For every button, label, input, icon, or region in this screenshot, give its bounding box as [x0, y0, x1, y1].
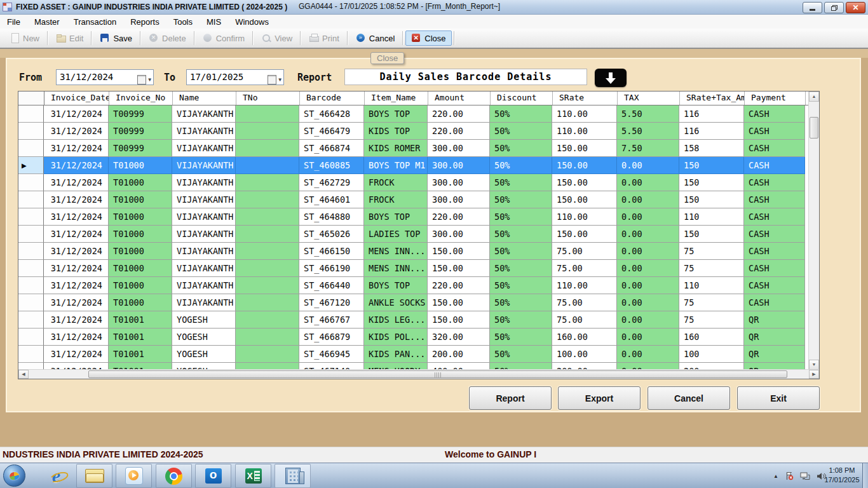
column-header-payment[interactable]: Payment	[745, 92, 806, 105]
cell-invoice_no[interactable]: T01001	[109, 346, 172, 363]
row-selector[interactable]	[18, 294, 44, 311]
cell-barcode[interactable]: ST_462729	[299, 174, 364, 191]
toolbar-button-new[interactable]: New	[4, 30, 45, 46]
cell-tno[interactable]	[236, 174, 299, 191]
cell-item_name[interactable]: MENS INN...	[364, 243, 428, 260]
cell-invoice_no[interactable]: T01000	[109, 243, 172, 260]
cell-invoice_no[interactable]: T01000	[109, 260, 172, 277]
column-header-barcode[interactable]: Barcode	[300, 92, 365, 105]
cell-srate[interactable]: 110.00	[552, 277, 617, 294]
load-report-button[interactable]	[595, 69, 627, 87]
cell-discount[interactable]: 50%	[490, 105, 552, 123]
cell-tax[interactable]: 0.00	[617, 346, 679, 363]
cell-invoice_date[interactable]: 31/12/2024	[44, 226, 109, 243]
cell-srate+tax_amo[interactable]: 100	[679, 346, 744, 363]
menu-item-file[interactable]: File	[0, 16, 27, 28]
cell-discount[interactable]: 50%	[490, 346, 552, 363]
table-row[interactable]: 31/12/2024T01000VIJAYAKANTHST_465026LADI…	[18, 226, 809, 243]
cell-invoice_no[interactable]: T00999	[109, 123, 172, 140]
cell-discount[interactable]: 50%	[490, 226, 552, 243]
cell-barcode[interactable]: ST_464601	[299, 191, 364, 208]
menu-item-tools[interactable]: Tools	[166, 16, 200, 28]
horizontal-scroll-thumb[interactable]	[88, 370, 787, 378]
cell-discount[interactable]: 50%	[490, 157, 552, 174]
cell-item_name[interactable]: BOYS TOP M1	[364, 157, 428, 174]
row-selector[interactable]	[18, 174, 44, 191]
cell-amount[interactable]: 300.00	[428, 174, 490, 191]
menu-item-mis[interactable]: MIS	[200, 16, 228, 28]
cell-name[interactable]: YOGESH	[172, 311, 236, 329]
cell-invoice_no[interactable]: T00999	[109, 105, 172, 123]
restore-button[interactable]	[824, 2, 844, 13]
cell-srate[interactable]: 110.00	[552, 123, 617, 140]
column-header-item_name[interactable]: Item_Name	[365, 92, 428, 105]
cell-tax[interactable]: 0.00	[617, 226, 679, 243]
column-header-srate[interactable]: SRate	[553, 92, 618, 105]
cell-invoice_date[interactable]: 31/12/2024	[44, 208, 109, 226]
chevron-down-icon[interactable]: ▼	[278, 72, 281, 87]
cell-tax[interactable]: 0.00	[617, 191, 679, 208]
cell-tno[interactable]	[236, 329, 299, 346]
cell-discount[interactable]: 50%	[490, 191, 552, 208]
scroll-up-arrow-icon[interactable]: ▲	[809, 92, 819, 102]
cell-invoice_date[interactable]: 31/12/2024	[44, 260, 109, 277]
cell-srate[interactable]: 150.00	[552, 191, 617, 208]
cell-barcode[interactable]: ST_464880	[299, 208, 364, 226]
cell-invoice_date[interactable]: 31/12/2024	[44, 123, 109, 140]
taskbar-app-chrome[interactable]	[156, 464, 192, 488]
cell-srate[interactable]: 75.00	[552, 243, 617, 260]
table-row[interactable]: ▶31/12/2024T01000VIJAYAKANTHST_460885BOY…	[18, 157, 809, 174]
cell-payment[interactable]: CASH	[744, 140, 805, 157]
cell-tax[interactable]: 0.00	[617, 260, 679, 277]
cell-invoice_no[interactable]: T01000	[109, 174, 172, 191]
cell-payment[interactable]: CASH	[744, 243, 805, 260]
cell-barcode[interactable]: ST_467120	[299, 294, 364, 311]
cell-payment[interactable]: CASH	[744, 157, 805, 174]
cell-tax[interactable]: 0.00	[617, 208, 679, 226]
cell-discount[interactable]: 50%	[490, 277, 552, 294]
cell-invoice_date[interactable]: 31/12/2024	[44, 277, 109, 294]
cell-srate[interactable]: 100.00	[552, 346, 617, 363]
calendar-icon[interactable]	[137, 75, 146, 85]
export-button[interactable]: Export	[558, 386, 641, 410]
cell-amount[interactable]: 320.00	[428, 329, 490, 346]
cell-name[interactable]: VIJAYAKANTH	[172, 191, 236, 208]
cell-amount[interactable]: 300.00	[428, 140, 490, 157]
toolbar-button-print[interactable]: Print	[303, 30, 345, 46]
cell-payment[interactable]: QR	[744, 346, 805, 363]
cell-payment[interactable]: CASH	[744, 260, 805, 277]
column-header-tax[interactable]: TAX	[618, 92, 680, 105]
cell-tax[interactable]: 0.00	[617, 174, 679, 191]
row-selector[interactable]	[18, 208, 44, 226]
cell-invoice_no[interactable]: T01000	[109, 208, 172, 226]
cell-amount[interactable]: 300.00	[428, 226, 490, 243]
cell-payment[interactable]: CASH	[744, 277, 805, 294]
cell-barcode[interactable]: ST_466879	[299, 329, 364, 346]
toolbar-button-delete[interactable]: Delete	[143, 30, 192, 46]
cell-srate[interactable]: 75.00	[552, 294, 617, 311]
cell-tax[interactable]: 5.50	[617, 105, 679, 123]
cell-srate+tax_amo[interactable]: 160	[679, 329, 744, 346]
cell-invoice_date[interactable]: 31/12/2024	[44, 243, 109, 260]
cell-srate[interactable]: 150.00	[552, 226, 617, 243]
cell-amount[interactable]: 150.00	[428, 243, 490, 260]
cell-barcode[interactable]: ST_466428	[299, 105, 364, 123]
cell-invoice_date[interactable]: 31/12/2024	[44, 105, 109, 123]
close-window-button[interactable]: ✕	[846, 2, 865, 13]
table-row[interactable]: 31/12/2024T01001YOGESHST_466879KIDS POL.…	[18, 329, 809, 346]
cell-invoice_no[interactable]: T01001	[109, 329, 172, 346]
cell-tno[interactable]	[236, 277, 299, 294]
cell-srate+tax_amo[interactable]: 116	[679, 105, 744, 123]
cell-amount[interactable]: 300.00	[428, 191, 490, 208]
table-row[interactable]: 31/12/2024T01000VIJAYAKANTHST_464601FROC…	[18, 191, 809, 208]
table-row[interactable]: 31/12/2024T00999VIJAYAKANTHST_466479KIDS…	[18, 123, 809, 140]
table-row[interactable]: 31/12/2024T01000VIJAYAKANTHST_466190MENS…	[18, 260, 809, 277]
cell-tno[interactable]	[236, 140, 299, 157]
action-center-flag-icon[interactable]	[785, 471, 794, 480]
minimize-button[interactable]	[803, 2, 822, 13]
cell-srate[interactable]: 110.00	[552, 208, 617, 226]
cell-payment[interactable]: CASH	[744, 191, 805, 208]
cell-payment[interactable]: CASH	[744, 226, 805, 243]
cell-name[interactable]: VIJAYAKANTH	[172, 260, 236, 277]
cell-srate[interactable]: 75.00	[552, 311, 617, 329]
